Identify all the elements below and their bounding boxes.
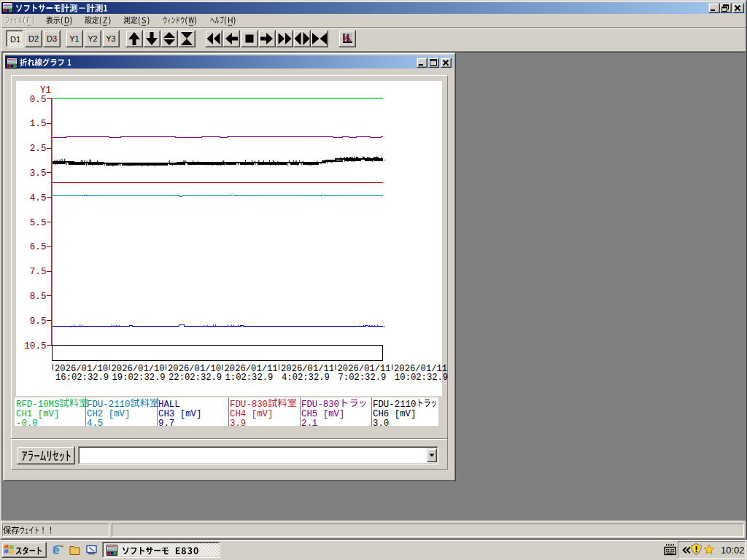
svg-text:9.7: 9.7 (158, 419, 174, 429)
svg-text:10.5: 10.5 (24, 341, 46, 351)
svg-text:FDU-2110: FDU-2110 (373, 400, 417, 410)
svg-text:10:02: 10:02 (721, 545, 745, 556)
svg-text:RFD-10MS: RFD-10MS (16, 400, 60, 410)
svg-text:D2: D2 (28, 34, 39, 43)
svg-text:5.5: 5.5 (30, 218, 47, 228)
svg-text:0.5: 0.5 (30, 95, 47, 105)
svg-text:3.5: 3.5 (30, 168, 47, 179)
svg-text:4:02:32.9: 4:02:32.9 (282, 373, 330, 383)
svg-text:CH5 [mV]: CH5 [mV] (301, 409, 345, 419)
svg-text:HALL: HALL (158, 400, 180, 410)
svg-text:22:02:32.9: 22:02:32.9 (169, 373, 222, 383)
svg-text:CH1 [mV]: CH1 [mV] (16, 409, 60, 419)
svg-text:6.5: 6.5 (30, 242, 47, 252)
svg-text:D3: D3 (47, 34, 57, 43)
svg-text:D1: D1 (10, 35, 20, 44)
svg-text:FDU-830: FDU-830 (301, 400, 339, 410)
svg-text:FDU-2110: FDU-2110 (87, 400, 131, 410)
svg-text:CH3 [mV]: CH3 [mV] (158, 409, 202, 419)
svg-text:CH2 [mV]: CH2 [mV] (87, 409, 131, 419)
svg-text:2.1: 2.1 (301, 419, 317, 429)
svg-text:3.0: 3.0 (373, 419, 389, 429)
svg-text:CH4 [mV]: CH4 [mV] (230, 409, 274, 419)
svg-text:7:02:32.9: 7:02:32.9 (338, 373, 387, 383)
svg-text:-0.0: -0.0 (16, 419, 38, 429)
svg-text:CH6 [mV]: CH6 [mV] (373, 409, 417, 419)
svg-text:Y3: Y3 (106, 34, 115, 43)
svg-text:FDU-830: FDU-830 (230, 400, 268, 410)
svg-text:10:02:32.9: 10:02:32.9 (395, 373, 448, 383)
svg-text:Y2: Y2 (88, 34, 97, 43)
svg-text:16:02:32.9: 16:02:32.9 (55, 373, 109, 383)
svg-text:1:02:32.9: 1:02:32.9 (225, 373, 274, 383)
svg-text:9.5: 9.5 (30, 316, 47, 327)
svg-text:4.5: 4.5 (30, 193, 47, 203)
svg-text:4.5: 4.5 (87, 419, 103, 429)
svg-text:Y1: Y1 (69, 34, 79, 43)
svg-text:3.9: 3.9 (230, 419, 246, 429)
svg-text:8.5: 8.5 (30, 292, 47, 302)
svg-text:7.5: 7.5 (30, 267, 47, 277)
svg-text:2.5: 2.5 (30, 144, 47, 154)
svg-text:19:02:32.9: 19:02:32.9 (112, 373, 166, 383)
svg-text:1.5: 1.5 (30, 119, 47, 129)
